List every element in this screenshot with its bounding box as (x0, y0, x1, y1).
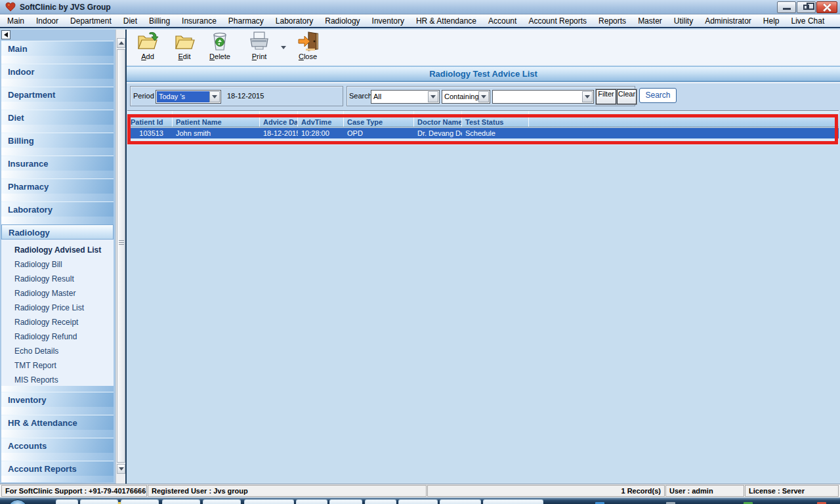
sidebar-item-diet[interactable]: Diet (1, 110, 114, 125)
taskbar-button[interactable] (80, 499, 118, 504)
taskbar-button[interactable] (56, 499, 78, 504)
combo-arrow-icon[interactable] (428, 91, 438, 102)
start-button[interactable] (8, 499, 28, 504)
combo-arrow-icon[interactable] (582, 91, 593, 102)
period-label: Period (133, 92, 154, 100)
edit-button[interactable]: Edit (167, 31, 201, 63)
sidebar-item-inventory[interactable]: Inventory (1, 392, 114, 407)
menu-item-pharmacy[interactable]: Pharmacy (222, 16, 270, 26)
search-operator-combobox[interactable]: Containing (442, 90, 490, 104)
sidebar-strip (1, 476, 114, 482)
menu-item-account-reports[interactable]: Account Reports (522, 16, 593, 26)
sidebar-item-mis-reports[interactable]: MIS Reports (1, 373, 114, 387)
grid-header-row: Patient Id Patient Name Advice Dat AdvTi… (127, 110, 839, 127)
taskbar-button[interactable] (296, 499, 327, 504)
menu-item-insurance[interactable]: Insurance (176, 16, 222, 26)
menu-item-administrator[interactable]: Administrator (699, 16, 757, 26)
column-header-doctor-name[interactable]: Doctor Name (414, 111, 462, 127)
restore-button[interactable] (797, 1, 816, 13)
taskbar-button[interactable] (398, 499, 438, 504)
menu-item-indoor[interactable]: Indoor (30, 16, 64, 26)
combo-arrow-icon[interactable] (478, 91, 489, 102)
close-button[interactable] (816, 1, 837, 13)
sidebar-item-radiology-master[interactable]: Radiology Master (1, 286, 114, 301)
menu-item-master[interactable]: Master (632, 16, 668, 26)
sidebar-item-echo-details[interactable]: Echo Details (1, 344, 114, 358)
menu-item-department[interactable]: Department (64, 16, 117, 26)
close-window-button[interactable]: Close (291, 31, 325, 63)
menu-item-main[interactable]: Main (1, 16, 30, 26)
search-button[interactable]: Search (639, 88, 677, 103)
sidebar-strip (1, 148, 114, 156)
taskbar-button[interactable] (203, 499, 241, 504)
sidebar-item-tmt-report[interactable]: TMT Report (1, 358, 114, 373)
add-button[interactable]: Add (131, 31, 165, 63)
grid-row-selected[interactable]: 103513 John smith 18-12-2015 10:28:00 OP… (127, 128, 839, 138)
sidebar-item-radiology-bill[interactable]: Radiology Bill (1, 257, 114, 272)
filter-button[interactable]: Filter (596, 89, 616, 104)
edit-folder-icon (173, 31, 196, 52)
sidebar-item-radiology-price-list[interactable]: Radiology Price List (1, 301, 114, 315)
chevron-down-icon (281, 46, 286, 49)
minimize-button[interactable] (777, 1, 796, 13)
menu-item-reports[interactable]: Reports (593, 16, 632, 26)
sidebar-item-main[interactable]: Main (1, 41, 114, 56)
scrollbar-thumb[interactable] (117, 49, 125, 463)
taskbar-button[interactable] (365, 499, 396, 504)
sidebar-item-accounts[interactable]: Accounts (1, 438, 114, 453)
sidebar-item-radiology-receipt[interactable]: Radiology Receipt (1, 315, 114, 329)
menu-item-live-chat[interactable]: Live Chat (786, 16, 831, 26)
page-title: Radiology Test Advice List (127, 66, 840, 82)
taskbar-button[interactable] (121, 499, 159, 504)
status-registered-user: Registered User : Jvs group (148, 485, 427, 497)
menu-item-utility[interactable]: Utility (668, 16, 699, 26)
column-header-patient-name[interactable]: Patient Name (173, 111, 260, 127)
sidebar-collapse-button[interactable] (1, 30, 10, 39)
sidebar-item-laboratory[interactable]: Laboratory (1, 201, 114, 217)
sidebar-item-radiology[interactable]: Radiology (1, 224, 114, 240)
search-groupbox: Search All Containing Filter Clear (346, 86, 635, 106)
column-header-patient-id[interactable]: Patient Id (127, 111, 173, 127)
sidebar-scrollbar[interactable] (116, 30, 125, 484)
sidebar-strip (1, 79, 114, 87)
combo-arrow-icon[interactable] (209, 91, 220, 102)
taskbar-button[interactable] (483, 499, 543, 504)
window-title: SoftClinic by JVS Group (20, 3, 111, 12)
menu-item-help[interactable]: Help (757, 16, 786, 26)
taskbar-button[interactable] (162, 499, 200, 504)
sidebar-item-billing[interactable]: Billing (1, 133, 114, 148)
menu-item-radiology[interactable]: Radiology (319, 16, 366, 26)
sidebar-item-radiology-advised-list[interactable]: Radiology Advised List (1, 243, 114, 257)
taskbar-button[interactable] (440, 499, 481, 504)
column-header-advice-date[interactable]: Advice Dat (260, 111, 298, 127)
column-header-test-status[interactable]: Test Status (462, 111, 529, 127)
menu-item-billing[interactable]: Billing (143, 16, 176, 26)
period-combobox[interactable]: Today 's (156, 90, 221, 104)
scroll-down-button[interactable] (117, 464, 125, 474)
print-dropdown-button[interactable] (279, 43, 288, 52)
sidebar-item-pharmacy[interactable]: Pharmacy (1, 178, 114, 194)
taskbar-button[interactable] (244, 499, 294, 504)
sidebar-item-hr-attendance[interactable]: HR & Attendance (1, 415, 114, 430)
clear-button[interactable]: Clear (617, 89, 637, 104)
sidebar-item-radiology-result[interactable]: Radiology Result (1, 272, 114, 286)
sidebar-item-insurance[interactable]: Insurance (1, 156, 114, 171)
menu-item-inventory[interactable]: Inventory (366, 16, 410, 26)
scroll-up-button[interactable] (117, 38, 125, 48)
menu-item-account[interactable]: Account (482, 16, 522, 26)
menu-item-hr-attendance[interactable]: HR & Attendance (410, 16, 482, 26)
taskbar-button[interactable] (329, 499, 362, 504)
delete-button[interactable]: Delete (203, 31, 237, 63)
toolbar: Add Edit Delete (127, 30, 840, 64)
sidebar-item-department[interactable]: Department (1, 87, 114, 102)
sidebar-item-account-reports[interactable]: Account Reports (1, 461, 114, 476)
menu-item-laboratory[interactable]: Laboratory (270, 16, 319, 26)
column-header-case-type[interactable]: Case Type (344, 111, 414, 127)
search-text-combobox[interactable] (492, 90, 594, 104)
column-header-adv-time[interactable]: AdvTime (298, 111, 344, 127)
print-button[interactable]: Print (242, 31, 276, 63)
menu-item-diet[interactable]: Diet (117, 16, 143, 26)
sidebar-item-radiology-refund[interactable]: Radiology Refund (1, 329, 114, 344)
search-field-combobox[interactable]: All (371, 90, 440, 104)
sidebar-item-indoor[interactable]: Indoor (1, 64, 114, 79)
